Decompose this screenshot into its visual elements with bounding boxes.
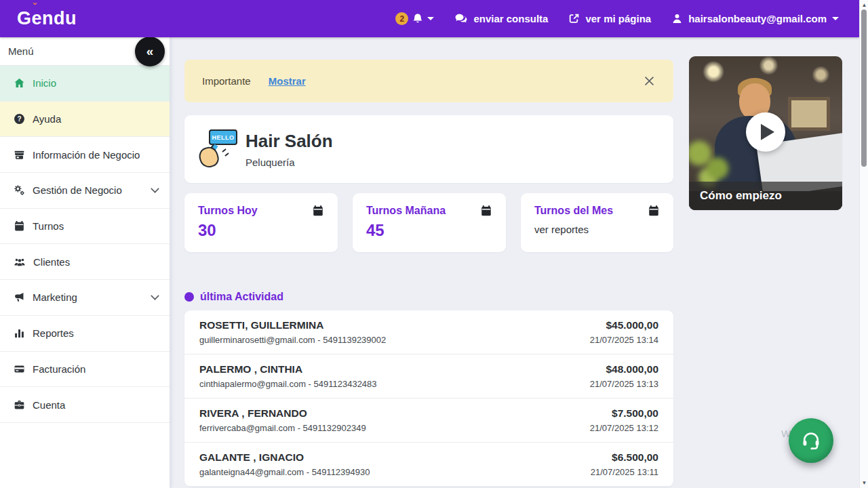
app-logo[interactable]: Geˇndu bbox=[17, 8, 77, 29]
sidebar-item-label: Marketing bbox=[33, 291, 77, 303]
topbar-actions: 2 enviar consulta ver mi página bbox=[395, 12, 859, 25]
onboarding-video-card[interactable]: Cómo empiezo bbox=[689, 56, 842, 210]
logo-accent-mark: ˇ bbox=[33, 2, 37, 14]
activity-row[interactable]: GALANTE , IGNACIO galanteigna44@gmail.co… bbox=[184, 443, 673, 487]
sidebar-item-informacion-de-negocio[interactable]: Información de Negocio bbox=[0, 137, 170, 173]
client-name: GALANTE , IGNACIO bbox=[199, 451, 370, 464]
headset-icon bbox=[800, 430, 822, 451]
activity-row[interactable]: ROSETTI, GUILLERMINA guillerminarosetti@… bbox=[184, 310, 673, 354]
sidebar-item-clientes[interactable]: Clientes bbox=[0, 244, 170, 280]
payment-datetime: 21/07/2025 13:12 bbox=[590, 423, 658, 433]
sidebar-item-marketing[interactable]: Marketing bbox=[0, 280, 170, 316]
sidebar-item-facturacion[interactable]: Facturación bbox=[0, 352, 170, 388]
payment-amount: $6.500,00 bbox=[591, 451, 658, 464]
sidebar-item-label: Turnos bbox=[33, 220, 64, 232]
logo-suffix: ndu bbox=[42, 8, 77, 29]
motion-line bbox=[224, 152, 229, 157]
activity-section-title: última Actividad bbox=[200, 291, 283, 303]
notifications-menu[interactable]: 2 bbox=[395, 12, 434, 25]
payment-amount: $45.000,00 bbox=[590, 319, 658, 331]
send-query-button[interactable]: enviar consulta bbox=[454, 13, 548, 24]
page-scrollbar: ▲ ▼ bbox=[859, 0, 868, 488]
activity-list: ROSETTI, GUILLERMINA guillerminarosetti@… bbox=[184, 310, 673, 487]
support-chat-button[interactable] bbox=[789, 418, 833, 463]
sidebar-item-reportes[interactable]: Reportes bbox=[0, 316, 170, 352]
stat-card-turnos-manana[interactable]: Turnos Mañana 45 bbox=[353, 193, 506, 252]
video-caption-bar: Cómo empiezo bbox=[689, 182, 842, 210]
send-query-label: enviar consulta bbox=[473, 13, 548, 24]
gears-icon bbox=[14, 184, 25, 196]
sidebar-item-label: Clientes bbox=[33, 256, 70, 268]
megaphone-icon bbox=[14, 291, 25, 303]
waving-hand-icon bbox=[197, 144, 221, 169]
chevron-down-icon bbox=[427, 17, 434, 20]
sidebar-item-gestion-de-negocio[interactable]: Gestión de Negocio bbox=[0, 173, 170, 209]
view-my-page-link[interactable]: ver mi página bbox=[568, 13, 651, 24]
sidebar: Menú « Inicio ? Ayuda Información de Neg… bbox=[0, 37, 170, 488]
view-reports-link[interactable]: ver reportes bbox=[534, 224, 660, 235]
payment-amount: $7.500,00 bbox=[590, 407, 658, 420]
briefcase-icon bbox=[14, 399, 25, 411]
sidebar-item-label: Información de Negocio bbox=[33, 149, 140, 161]
calendar-icon bbox=[480, 205, 492, 217]
client-contact: cinthiapalermo@gmail.com - 5491123432483 bbox=[199, 379, 377, 389]
client-contact: galanteigna44@gmail.com - 549112394930 bbox=[199, 467, 370, 477]
sidebar-item-label: Facturación bbox=[33, 363, 85, 375]
scroll-up-arrow[interactable]: ▲ bbox=[860, 2, 868, 8]
sidebar-item-label: Gestión de Negocio bbox=[33, 184, 122, 196]
credit-card-icon bbox=[14, 363, 25, 375]
play-icon bbox=[761, 123, 774, 140]
chat-icon bbox=[454, 14, 468, 24]
bar-chart-icon bbox=[14, 327, 25, 339]
app-window: Geˇndu 2 enviar consulta ver mi pág bbox=[0, 0, 868, 488]
client-name: RIVERA , FERNANDO bbox=[199, 407, 366, 420]
alert-show-link[interactable]: Mostrar bbox=[269, 75, 306, 87]
main-content: Importante Mostrar HELLO Hair Salón Pelu… bbox=[170, 37, 859, 488]
sidebar-collapse-button[interactable]: « bbox=[135, 37, 165, 66]
stat-value: 30 bbox=[198, 221, 324, 240]
stat-value: 45 bbox=[366, 221, 492, 240]
sidebar-item-turnos[interactable]: Turnos bbox=[0, 209, 170, 245]
account-menu[interactable]: hairsalonbeauty@gmail.com bbox=[671, 13, 839, 24]
account-email-label: hairsalonbeauty@gmail.com bbox=[688, 13, 827, 24]
stat-card-turnos-del-mes[interactable]: Turnos del Mes ver reportes bbox=[521, 193, 673, 252]
client-name: PALERMO , CINTHIA bbox=[199, 363, 377, 375]
sidebar-item-label: Cuenta bbox=[33, 399, 65, 411]
purple-dot-icon bbox=[184, 292, 194, 302]
client-name: ROSETTI, GUILLERMINA bbox=[199, 319, 386, 331]
calendar-icon bbox=[312, 205, 324, 217]
important-alert-banner: Importante Mostrar bbox=[184, 60, 673, 102]
close-icon[interactable] bbox=[643, 75, 656, 87]
calendar-icon bbox=[648, 205, 660, 217]
business-card: HELLO Hair Salón Peluquería bbox=[184, 115, 673, 183]
home-icon bbox=[14, 77, 25, 89]
sidebar-item-inicio[interactable]: Inicio bbox=[0, 66, 170, 102]
chevron-down-icon bbox=[151, 292, 159, 300]
sidebar-item-cuenta[interactable]: Cuenta bbox=[0, 387, 170, 423]
notification-count-badge: 2 bbox=[395, 12, 408, 25]
collapse-chevrons-icon: « bbox=[146, 44, 154, 59]
play-button[interactable] bbox=[746, 112, 785, 151]
store-icon bbox=[14, 149, 25, 161]
payment-datetime: 21/07/2025 13:14 bbox=[590, 335, 658, 345]
stat-title: Turnos del Mes bbox=[534, 205, 613, 217]
view-my-page-label: ver mi página bbox=[585, 13, 651, 24]
video-caption: Cómo empiezo bbox=[700, 189, 782, 203]
scrollbar-thumb[interactable] bbox=[861, 9, 867, 167]
activity-row[interactable]: PALERMO , CINTHIA cinthiapalermo@gmail.c… bbox=[184, 354, 673, 399]
client-contact: guillerminarosetti@gmail.com - 549113923… bbox=[199, 335, 386, 345]
svg-text:?: ? bbox=[17, 115, 21, 123]
motion-line bbox=[222, 148, 226, 152]
plant-blur bbox=[689, 129, 742, 190]
payment-amount: $48.000,00 bbox=[590, 363, 658, 375]
chevron-down-icon bbox=[832, 17, 839, 20]
calendar-icon bbox=[14, 220, 25, 232]
help-icon: ? bbox=[14, 113, 25, 125]
sidebar-item-ayuda[interactable]: ? Ayuda bbox=[0, 102, 170, 138]
stat-card-turnos-hoy[interactable]: Turnos Hoy 30 bbox=[184, 193, 338, 252]
sidebar-item-label: Ayuda bbox=[33, 113, 61, 125]
scroll-down-arrow[interactable]: ▼ bbox=[860, 480, 868, 486]
activity-row[interactable]: RIVERA , FERNANDO ferrivercaba@gmail.com… bbox=[184, 399, 673, 443]
activity-section-header: última Actividad bbox=[184, 291, 283, 303]
business-category: Peluquería bbox=[245, 157, 333, 168]
